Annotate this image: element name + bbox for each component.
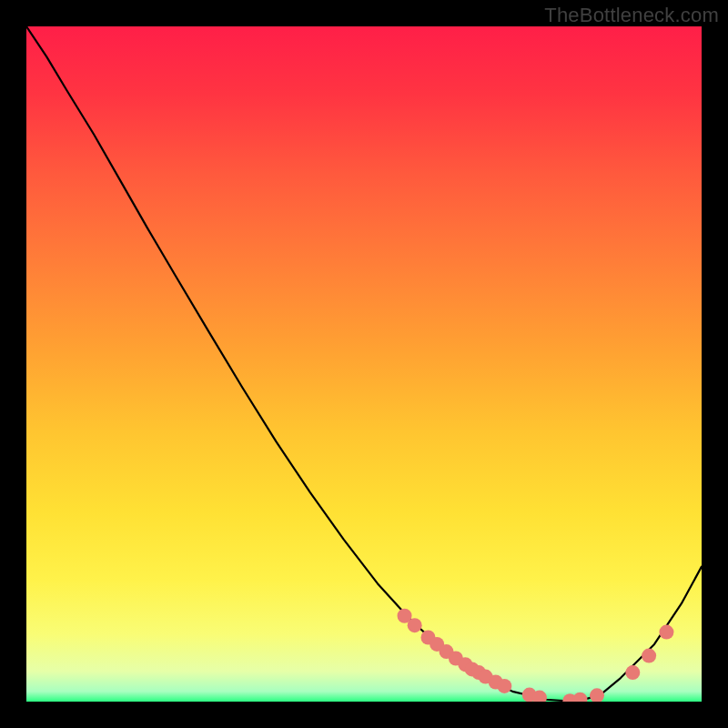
- gradient-background: [26, 26, 702, 702]
- watermark-text: TheBottleneck.com: [544, 4, 719, 27]
- chart-svg: [26, 26, 702, 702]
- chart-container: TheBottleneck.com: [0, 0, 728, 728]
- data-marker: [642, 649, 656, 663]
- data-marker: [408, 618, 422, 632]
- plot-area: [26, 26, 702, 702]
- data-marker: [659, 625, 673, 640]
- data-marker: [497, 679, 511, 693]
- data-marker: [625, 665, 640, 680]
